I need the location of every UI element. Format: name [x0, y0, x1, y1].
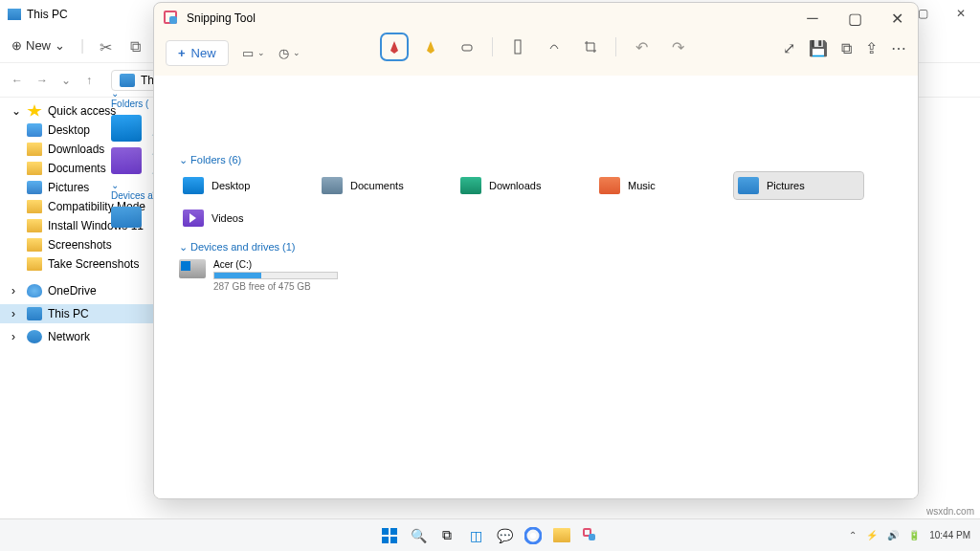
- drive-free-text: 287 GB free of 475 GB: [213, 281, 338, 292]
- folder-music[interactable]: Music: [595, 172, 724, 199]
- delay-button[interactable]: ◷ ⌄: [278, 46, 301, 60]
- network-icon: [27, 330, 42, 343]
- forward-button[interactable]: →: [36, 74, 52, 87]
- close-button[interactable]: ✕: [942, 0, 980, 27]
- search-button[interactable]: 🔍: [408, 525, 429, 546]
- explorer-taskbar-button[interactable]: [551, 525, 572, 546]
- folder-desktop[interactable]: Desktop: [179, 172, 308, 199]
- svg-rect-3: [515, 40, 521, 54]
- task-view-button[interactable]: ⧉: [436, 525, 457, 546]
- svg-rect-7: [390, 537, 397, 543]
- ruler-tool[interactable]: [506, 35, 529, 58]
- folder-icon: [27, 238, 42, 252]
- eraser-tool[interactable]: [456, 35, 479, 58]
- new-button[interactable]: ⊕ New ⌄: [11, 38, 65, 53]
- save-button[interactable]: 💾: [809, 39, 828, 57]
- pictures-icon: [738, 177, 759, 194]
- peek-folders-label: ⌄ Folders (: [111, 88, 153, 109]
- snip-right-actions: ⤢ 💾 ⧉ ⇪ ⋯: [783, 39, 906, 57]
- up-button[interactable]: ↑: [86, 74, 101, 87]
- svg-rect-6: [382, 537, 389, 543]
- snip-canvas: ⌄ Folders (6) Desktop Documents Download…: [154, 76, 918, 498]
- more-button[interactable]: ⋯: [891, 39, 906, 57]
- copy-icon[interactable]: ⧉: [130, 38, 145, 54]
- explorer-title: This PC: [27, 8, 68, 21]
- widgets-button[interactable]: ◫: [465, 525, 486, 546]
- explorer-folder-peek: ⌄ Folders ( ⌄ Devices a: [111, 88, 153, 228]
- battery-icon[interactable]: 🔋: [908, 530, 920, 540]
- folder-icon: [27, 162, 42, 175]
- cut-icon[interactable]: ✂: [100, 38, 115, 54]
- recent-button[interactable]: ⌄: [61, 74, 77, 87]
- folder-pictures[interactable]: Pictures: [734, 172, 863, 199]
- minimize-button[interactable]: ─: [791, 3, 834, 33]
- crop-tool[interactable]: [579, 35, 602, 58]
- svg-rect-5: [390, 528, 397, 535]
- chat-button[interactable]: 💬: [494, 525, 515, 546]
- sidebar-onedrive[interactable]: ›OneDrive: [0, 281, 172, 300]
- canvas-folders-row: Desktop Documents Downloads Music Pictur…: [179, 172, 901, 199]
- folder-downloads[interactable]: Downloads: [457, 172, 586, 199]
- snipping-tool-taskbar-button[interactable]: [580, 525, 601, 546]
- volume-icon[interactable]: 🔊: [887, 530, 899, 540]
- watermark: wsxdn.com: [926, 506, 974, 517]
- touch-writing-tool[interactable]: [543, 35, 566, 58]
- onedrive-icon: [27, 284, 42, 298]
- peek-devices-label: ⌄ Devices a: [111, 180, 153, 201]
- close-button[interactable]: ✕: [876, 3, 918, 33]
- sidebar-item-take-screenshots[interactable]: Take Screenshots: [0, 254, 172, 274]
- drive-c[interactable]: Acer (C:) 287 GB free of 475 GB: [179, 259, 901, 292]
- copy-button[interactable]: ⧉: [841, 40, 852, 57]
- snip-window-controls: ─ ▢ ✕: [791, 3, 918, 33]
- taskbar-tray: ⌃ ⚡ 🔊 🔋 10:44 PM: [849, 530, 970, 540]
- thispc-icon: [8, 9, 21, 20]
- sidebar-thispc[interactable]: ›This PC: [0, 304, 172, 323]
- new-snip-button[interactable]: + New: [166, 40, 229, 66]
- canvas-folders-header[interactable]: ⌄ Folders (6): [179, 154, 901, 166]
- svg-rect-4: [382, 528, 389, 535]
- tray-chevron-icon[interactable]: ⌃: [849, 530, 857, 540]
- share-button[interactable]: ⇪: [865, 39, 878, 57]
- zoom-button[interactable]: ⤢: [783, 39, 795, 57]
- peek-tile[interactable]: [111, 207, 142, 228]
- taskbar-center: 🔍 ⧉ ◫ 💬: [379, 525, 601, 546]
- desktop-icon: [27, 123, 42, 137]
- downloads-icon: [460, 177, 481, 194]
- undo-button[interactable]: ↶: [630, 35, 653, 58]
- thispc-icon: [120, 74, 135, 87]
- snip-mode-button[interactable]: ▭ ⌄: [242, 46, 265, 60]
- canvas-devices-header[interactable]: ⌄ Devices and drives (1): [179, 241, 901, 253]
- videos-icon: [183, 209, 204, 227]
- maximize-button[interactable]: ▢: [834, 3, 876, 33]
- folder-icon: [27, 200, 42, 213]
- redo-button[interactable]: ↷: [666, 35, 689, 58]
- snipping-tool-window: Snipping Tool ─ ▢ ✕ + New ▭ ⌄ ◷ ⌄ ↶ ↷ ⤢ …: [153, 2, 919, 499]
- plus-icon: +: [178, 46, 186, 60]
- peek-tile[interactable]: [111, 115, 142, 142]
- chrome-button[interactable]: [523, 525, 544, 546]
- snipping-tool-icon: [164, 11, 179, 26]
- star-icon: [27, 104, 42, 118]
- taskbar: 🔍 ⧉ ◫ 💬 ⌃ ⚡ 🔊 🔋 10:44 PM: [0, 518, 980, 551]
- music-icon: [599, 177, 620, 194]
- svg-point-9: [530, 533, 536, 539]
- folder-icon: [27, 219, 42, 232]
- sidebar-item-screenshots[interactable]: Screenshots: [0, 235, 172, 254]
- folder-videos[interactable]: Videos: [179, 205, 308, 231]
- drive-icon: [179, 259, 206, 278]
- ballpoint-pen-tool[interactable]: [383, 35, 406, 58]
- folder-icon: [27, 257, 42, 271]
- svg-rect-2: [462, 45, 472, 51]
- drive-usage-bar: [213, 272, 338, 279]
- highlighter-tool[interactable]: [419, 35, 442, 58]
- start-button[interactable]: [379, 525, 400, 546]
- peek-tile[interactable]: [111, 147, 142, 174]
- svg-marker-0: [390, 41, 398, 54]
- taskbar-clock[interactable]: 10:44 PM: [929, 530, 970, 540]
- sidebar-network[interactable]: ›Network: [0, 327, 172, 346]
- wifi-icon[interactable]: ⚡: [866, 530, 878, 540]
- pictures-icon: [27, 181, 42, 194]
- folder-documents[interactable]: Documents: [318, 172, 447, 199]
- svg-marker-1: [427, 41, 434, 54]
- back-button[interactable]: ←: [11, 74, 27, 87]
